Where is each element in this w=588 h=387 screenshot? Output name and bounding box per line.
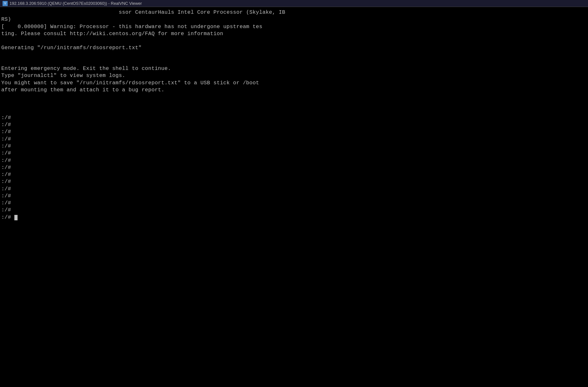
- terminal-line: :/#: [1, 136, 587, 143]
- title-bar: V 192.168.3.206:5910 (QEMU (CentOS7Es020…: [0, 0, 588, 7]
- title-bar-text: 192.168.3.206:5910 (QEMU (CentOS7Es02003…: [10, 1, 142, 6]
- terminal-line: [ 0.000000] Warning: Processor - this ha…: [1, 23, 587, 30]
- vnc-icon: V: [3, 1, 8, 6]
- terminal-line: RS): [1, 16, 587, 23]
- terminal-line: :/#: [1, 121, 587, 128]
- terminal-line: [1, 37, 587, 44]
- terminal-line: Type "journalctl" to view system logs.: [1, 72, 587, 79]
- terminal-content: ssor CentaurHauls Intel Core Processor (…: [0, 8, 588, 222]
- terminal-line: Entering emergency mode. Exit the shell …: [1, 65, 587, 72]
- terminal-line: after mounting them and attach it to a b…: [1, 87, 587, 94]
- terminal-line: [1, 58, 587, 65]
- terminal-cursor: [14, 215, 18, 220]
- terminal-line: :/#: [1, 193, 587, 200]
- terminal-line: :/#: [1, 186, 587, 193]
- terminal-line: ting. Please consult http://wiki.centos.…: [1, 30, 587, 37]
- terminal-window[interactable]: ssor CentaurHauls Intel Core Processor (…: [0, 7, 588, 387]
- terminal-line: [1, 94, 587, 101]
- terminal-line: [1, 51, 587, 58]
- terminal-line: You might want to save "/run/initramfs/r…: [1, 80, 587, 87]
- terminal-line: :/#: [1, 164, 587, 171]
- terminal-line: [1, 101, 587, 108]
- terminal-line: :/#: [1, 143, 587, 150]
- terminal-line: :/#: [1, 207, 587, 214]
- terminal-line: :/#: [1, 157, 587, 164]
- terminal-line: ssor CentaurHauls Intel Core Processor (…: [1, 9, 587, 16]
- terminal-line: :/#: [1, 178, 587, 185]
- terminal-line: [1, 107, 587, 114]
- terminal-line: :/#: [1, 171, 587, 178]
- terminal-line: :/#: [1, 128, 587, 135]
- terminal-line: Generating "/run/initramfs/rdsosreport.t…: [1, 44, 587, 51]
- terminal-prompt-line: :/#: [1, 214, 587, 221]
- terminal-line: :/#: [1, 200, 587, 207]
- terminal-line: :/#: [1, 150, 587, 157]
- terminal-line: :/#: [1, 114, 587, 121]
